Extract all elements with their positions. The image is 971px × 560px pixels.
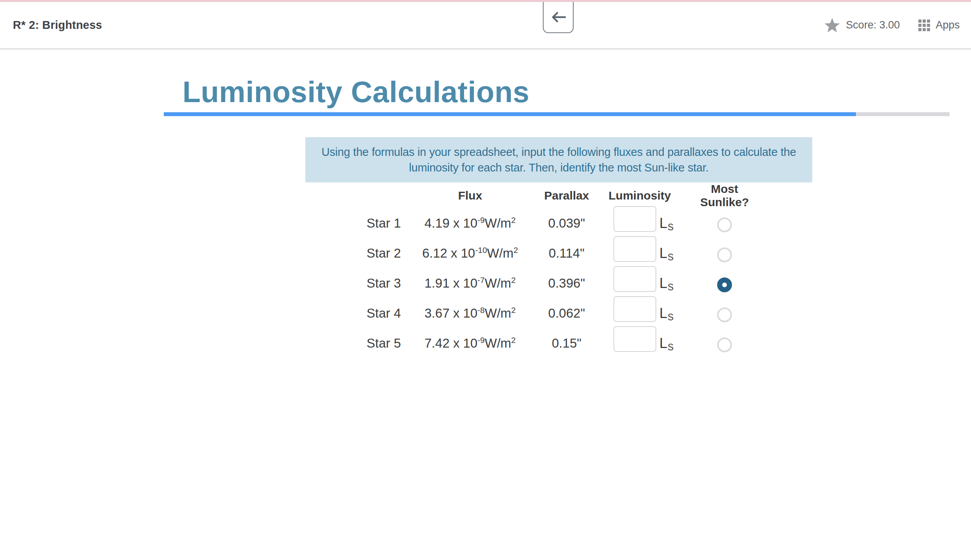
luminosity-input[interactable] — [613, 296, 656, 322]
header-luminosity: Luminosity — [594, 189, 686, 202]
star-table: Flux Parallax Luminosity Most Sunlike? S… — [358, 187, 764, 354]
unit-sub: S — [668, 222, 673, 232]
flux-unit: W/m — [485, 306, 511, 320]
flux-value: 7.42 x 10-9W/m2 — [401, 336, 539, 351]
unit-sub: S — [668, 312, 673, 322]
flux-value: 3.67 x 10-8W/m2 — [401, 306, 539, 321]
header-sunlike: Most Sunlike? — [686, 182, 764, 209]
flux-mantissa: 6.12 x 10 — [422, 246, 475, 260]
flux-exponent: -7 — [477, 276, 485, 284]
table-row: Star 5 7.42 x 10-9W/m2 0.15" LS — [358, 324, 764, 354]
parallax-value: 0.062" — [539, 306, 594, 321]
luminosity-input[interactable] — [613, 236, 656, 262]
apps-label: Apps — [936, 19, 960, 31]
parallax-value: 0.396" — [539, 276, 594, 291]
back-button[interactable] — [543, 2, 574, 33]
app-title: R* 2: Brightness — [13, 2, 102, 48]
luminosity-cell: LS — [594, 207, 686, 232]
flux-mantissa: 4.19 x 10 — [425, 216, 478, 230]
apps-button[interactable]: Apps — [918, 19, 960, 31]
radio-dot — [722, 283, 727, 287]
flux-value: 1.91 x 10-7W/m2 — [401, 276, 539, 291]
flux-exponent: -9 — [477, 216, 485, 224]
flux-exponent: -8 — [477, 306, 485, 314]
progress-track — [164, 112, 950, 116]
luminosity-unit: LS — [659, 215, 673, 231]
score-display: Score: 3.00 — [824, 18, 900, 33]
flux-mantissa: 1.91 x 10 — [425, 276, 478, 290]
unit-main: L — [659, 275, 667, 291]
flux-value: 6.12 x 10-10W/m2 — [401, 246, 539, 261]
unit-sub: S — [668, 282, 673, 292]
back-arrow-icon — [550, 11, 567, 24]
flux-value: 4.19 x 10-9W/m2 — [401, 216, 539, 231]
instruction-text: Using the formulas in your spreadsheet, … — [315, 144, 803, 175]
luminosity-cell: LS — [594, 237, 686, 262]
luminosity-input[interactable] — [613, 266, 656, 292]
unit-main: L — [659, 215, 667, 231]
unit-sub: S — [668, 342, 673, 352]
flux-unit: W/m — [485, 216, 511, 230]
star-label: Star 1 — [358, 216, 401, 231]
luminosity-cell: LS — [594, 297, 686, 322]
star-icon — [824, 18, 840, 33]
luminosity-unit: LS — [659, 245, 673, 261]
sunlike-radio[interactable] — [717, 307, 732, 322]
table-row: Star 4 3.67 x 10-8W/m2 0.062" LS — [358, 294, 764, 324]
star-label: Star 5 — [358, 336, 401, 351]
luminosity-input[interactable] — [613, 206, 656, 232]
page-title: Luminosity Calculations — [183, 75, 530, 109]
parallax-value: 0.039" — [539, 216, 594, 231]
unit-sub: S — [668, 252, 673, 262]
header-parallax: Parallax — [539, 189, 594, 202]
luminosity-unit: LS — [659, 275, 673, 291]
flux-mantissa: 3.67 x 10 — [425, 306, 478, 320]
table-row: Star 2 6.12 x 10-10W/m2 0.114" LS — [358, 234, 764, 264]
unit-main: L — [659, 305, 667, 321]
header-right-group: Score: 3.00 Apps — [824, 2, 960, 48]
parallax-value: 0.15" — [539, 336, 594, 351]
table-header-row: Flux Parallax Luminosity Most Sunlike? — [358, 187, 764, 204]
luminosity-unit: LS — [659, 335, 673, 352]
flux-unit-exponent: 2 — [511, 306, 516, 314]
sunlike-radio[interactable] — [717, 277, 732, 292]
flux-unit: W/m — [485, 276, 511, 290]
sunlike-radio[interactable] — [717, 217, 732, 232]
luminosity-input[interactable] — [613, 326, 656, 352]
unit-main: L — [659, 245, 667, 261]
page: R* 2: Brightness Score: 3.00 Apps Lumino… — [0, 0, 971, 560]
score-label: Score: 3.00 — [846, 19, 900, 31]
app-header: R* 2: Brightness Score: 3.00 Apps — [0, 2, 971, 49]
flux-exponent: -10 — [475, 246, 487, 254]
sunlike-radio[interactable] — [717, 247, 732, 262]
luminosity-unit: LS — [659, 305, 673, 322]
flux-exponent: -9 — [477, 336, 485, 344]
flux-unit: W/m — [487, 246, 514, 260]
sunlike-cell — [686, 302, 764, 317]
flux-mantissa: 7.42 x 10 — [425, 336, 478, 350]
flux-unit-exponent: 2 — [511, 216, 516, 224]
flux-unit: W/m — [485, 336, 511, 350]
apps-grid-icon — [918, 19, 930, 31]
table-row: Star 3 1.91 x 10-7W/m2 0.396" LS — [358, 264, 764, 294]
flux-unit-exponent: 2 — [511, 276, 516, 284]
sunlike-radio[interactable] — [717, 337, 732, 352]
star-label: Star 2 — [358, 246, 401, 261]
sunlike-cell — [686, 332, 764, 347]
parallax-value: 0.114" — [539, 246, 594, 261]
header-flux: Flux — [401, 189, 539, 202]
flux-unit-exponent: 2 — [511, 336, 516, 344]
progress-fill — [164, 112, 856, 116]
instruction-banner: Using the formulas in your spreadsheet, … — [305, 137, 812, 182]
luminosity-cell: LS — [594, 267, 686, 292]
star-label: Star 3 — [358, 276, 401, 291]
sunlike-cell — [686, 272, 764, 287]
sunlike-cell — [686, 242, 764, 257]
luminosity-cell: LS — [594, 327, 686, 352]
flux-unit-exponent: 2 — [514, 246, 518, 254]
sunlike-cell — [686, 212, 764, 227]
unit-main: L — [659, 335, 667, 351]
star-label: Star 4 — [358, 306, 401, 321]
